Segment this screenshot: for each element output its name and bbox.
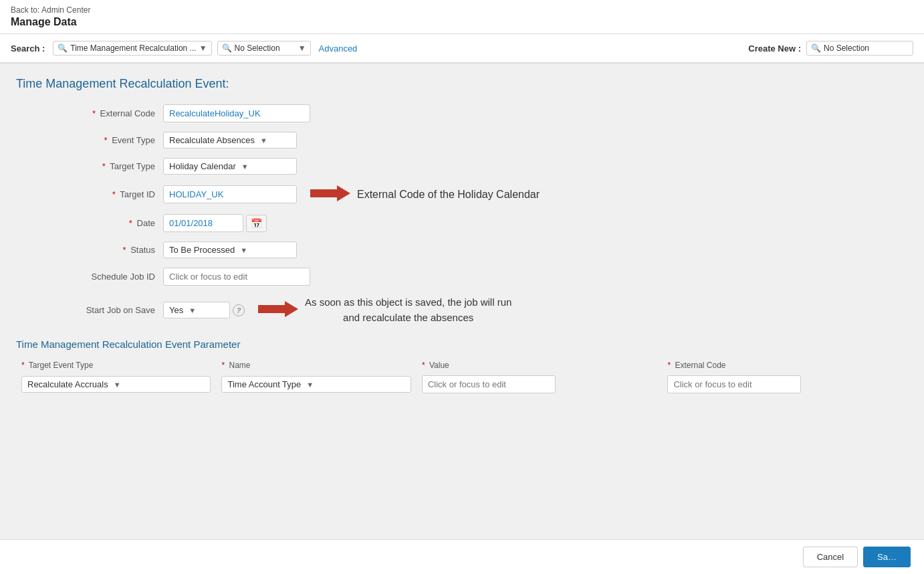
status-arrow[interactable]: ▼ [240, 246, 247, 254]
target-id-annotation-text: External Code of the Holiday Calendar [357, 189, 540, 201]
search-dropdown-arrow[interactable]: ▼ [199, 43, 207, 53]
target-id-input[interactable] [163, 185, 297, 203]
event-type-dropdown[interactable]: Recalculate Absences ▼ [163, 132, 297, 149]
required-star-8: * [221, 361, 225, 370]
start-job-annotation-text: As soon as this object is saved, the job… [305, 295, 511, 325]
no-selection-value: No Selection [235, 43, 280, 53]
event-type-arrow[interactable]: ▼ [260, 136, 267, 145]
event-type-label: * Event Type [16, 135, 163, 145]
search-dropdown-value: Time Management Recalculation ... [70, 43, 196, 53]
col-name: * Name [216, 358, 416, 373]
advanced-link[interactable]: Advanced [319, 43, 358, 54]
param-section-title: Time Management Recalculation Event Para… [16, 339, 908, 350]
param-target-event-type-cell: Recalculate Accruals ▼ [16, 373, 216, 396]
cancel-button[interactable]: Cancel [803, 547, 858, 557]
param-name-arrow[interactable]: ▼ [306, 381, 314, 389]
target-id-label: * Target ID [16, 189, 163, 199]
date-label: * Date [16, 218, 163, 228]
help-icon[interactable]: ? [233, 304, 245, 316]
required-star-5: * [129, 218, 132, 228]
date-input[interactable] [163, 214, 243, 232]
col-target-event-type: * Target Event Type [16, 358, 216, 373]
red-arrow-icon-2 [258, 300, 298, 320]
page-title: Manage Data [11, 16, 913, 28]
search-icon-2: 🔍 [222, 43, 232, 53]
status-row: * Status To Be Processed ▼ [16, 242, 908, 258]
required-star: * [92, 108, 96, 118]
schedule-job-id-label: Schedule Job ID [16, 272, 163, 282]
required-star-4: * [112, 189, 116, 199]
search-bar: Search : 🔍 Time Management Recalculation… [0, 34, 924, 64]
required-star-7: * [21, 361, 25, 370]
required-star-9: * [422, 361, 425, 370]
event-type-row: * Event Type Recalculate Absences ▼ [16, 132, 908, 149]
target-type-row: * Target Type Holiday Calendar ▼ [16, 158, 908, 175]
start-job-annotation: As soon as this object is saved, the job… [258, 295, 511, 325]
target-type-dropdown[interactable]: Holiday Calendar ▼ [163, 158, 297, 175]
target-id-row: * Target ID External Code of the Holiday… [16, 184, 908, 205]
start-job-label: Start Job on Save [16, 305, 163, 315]
create-new-label: Create New : [748, 43, 801, 54]
top-bar: Back to: Admin Center Manage Data [0, 0, 924, 34]
search-icon: 🔍 [57, 43, 68, 53]
search-icon-3: 🔍 [811, 43, 821, 53]
schedule-job-id-row: Schedule Job ID [16, 268, 908, 286]
required-star-6: * [122, 245, 126, 255]
col-value: * Value [417, 358, 663, 373]
param-table: * Target Event Type * Name * Value * Ext… [16, 358, 908, 396]
save-button[interactable]: Sa… [863, 547, 911, 557]
param-target-event-type-arrow[interactable]: ▼ [114, 381, 121, 389]
date-field: 📅 [163, 214, 267, 232]
status-label: * Status [16, 245, 163, 255]
external-code-row: * External Code [16, 104, 908, 122]
date-row: * Date 📅 [16, 214, 908, 232]
target-id-annotation: External Code of the Holiday Calendar [310, 184, 540, 205]
create-new-value: No Selection [824, 43, 869, 53]
param-external-code-cell [662, 373, 908, 396]
required-star-2: * [104, 135, 108, 145]
param-target-event-type-dropdown[interactable]: Recalculate Accruals ▼ [21, 376, 211, 393]
status-value: To Be Processed [169, 245, 235, 255]
param-name-dropdown[interactable]: Time Account Type ▼ [221, 376, 411, 393]
required-star-3: * [102, 161, 106, 171]
param-value-input[interactable] [422, 375, 556, 393]
required-star-10: * [667, 361, 671, 370]
calendar-button[interactable]: 📅 [246, 215, 267, 232]
start-job-dropdown[interactable]: Yes ▼ [163, 302, 230, 318]
search-label: Search : [11, 43, 45, 54]
form-section: * External Code * Event Type Recalculate… [16, 104, 908, 325]
schedule-job-id-input[interactable] [163, 268, 310, 286]
param-external-code-input[interactable] [667, 375, 801, 393]
param-value-cell [417, 373, 663, 396]
red-arrow-icon [310, 184, 350, 205]
no-selection-arrow[interactable]: ▼ [298, 43, 306, 53]
bottom-bar: Cancel Sa… [0, 539, 924, 557]
table-row: Recalculate Accruals ▼ Time Account Type… [16, 373, 908, 396]
form-section-title: Time Management Recalculation Event: [16, 77, 908, 91]
status-dropdown[interactable]: To Be Processed ▼ [163, 242, 297, 258]
target-type-arrow[interactable]: ▼ [241, 163, 249, 171]
svg-marker-0 [310, 185, 350, 201]
back-link[interactable]: Back to: Admin Center [11, 5, 913, 15]
start-job-arrow[interactable]: ▼ [189, 306, 196, 314]
col-external-code: * External Code [662, 358, 908, 373]
param-name-cell: Time Account Type ▼ [216, 373, 416, 396]
start-job-row: Start Job on Save Yes ▼ ? As soon as thi… [16, 295, 908, 325]
no-selection-dropdown[interactable]: 🔍 No Selection ▼ [217, 41, 311, 56]
target-type-label: * Target Type [16, 161, 163, 171]
external-code-label: * External Code [16, 108, 163, 118]
search-main-dropdown[interactable]: 🔍 Time Management Recalculation ... ▼ [53, 41, 211, 56]
start-job-value: Yes [169, 305, 183, 315]
main-content: Time Management Recalculation Event: * E… [0, 64, 924, 557]
param-target-event-type-value: Recalculate Accruals [27, 379, 108, 389]
svg-marker-1 [258, 301, 298, 317]
external-code-input[interactable] [163, 104, 310, 122]
target-type-value: Holiday Calendar [169, 161, 236, 171]
param-name-value: Time Account Type [227, 379, 301, 389]
event-type-value: Recalculate Absences [169, 135, 255, 145]
create-new-dropdown[interactable]: 🔍 No Selection [806, 41, 913, 56]
